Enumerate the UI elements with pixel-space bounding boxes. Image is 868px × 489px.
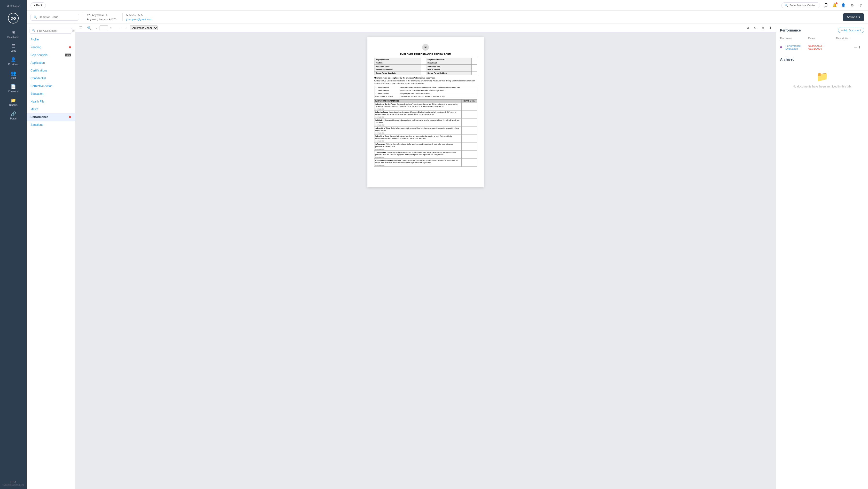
chat-icon[interactable]: 💬: [823, 2, 829, 9]
employee-search-input[interactable]: [39, 16, 76, 19]
sidebar-item-staff[interactable]: 👥 Staff: [2, 68, 24, 81]
nav-item-health-file[interactable]: Health File: [27, 98, 75, 106]
keyboard-shortcut: ⌘K: [72, 29, 75, 32]
right-panel-title: Performance + Add Document: [780, 28, 864, 33]
sidebar-toggle-button[interactable]: ☰: [78, 25, 84, 31]
notification-icon[interactable]: 🔔: [831, 2, 838, 9]
new-badge: New: [65, 54, 71, 56]
doc-table-row: Performance Evaluation 01/05/2023 - 01/3…: [780, 43, 864, 52]
zoom-controls: − + Automatic Zoom 50% 75% 100% 125% 150…: [118, 25, 157, 31]
logs-icon: ☰: [11, 44, 15, 49]
doc-title: EMPLOYEE PERFORMANCE REVIEW FORM: [374, 53, 477, 56]
status-dot: [69, 46, 71, 48]
documents-list: Performance Evaluation 01/05/2023 - 01/3…: [780, 43, 864, 52]
actions-button[interactable]: Actions ▾: [843, 13, 864, 21]
doc-status-dot: [780, 46, 782, 48]
doc-instructions: This form must be completed by the emplo…: [374, 77, 477, 79]
prev-page-button[interactable]: ‹: [95, 25, 99, 31]
doc-competencies-table: PART I: CORE COMPETENCIES RATING or N/A …: [374, 99, 477, 167]
doc-table-header: Document Dates Description: [780, 36, 864, 41]
sidebar-item-portal[interactable]: 🔗 Portal: [2, 109, 24, 122]
search-icon: 🔍: [34, 16, 37, 19]
sidebar-item-logs[interactable]: ☰ Logs: [2, 41, 24, 54]
settings-icon[interactable]: ⚙: [848, 2, 856, 9]
employee-address: 123 Anywhere St. Anytown, Kansas, 45928: [83, 13, 117, 21]
nav-label: Performance: [31, 115, 48, 119]
nav-item-application[interactable]: Application: [27, 59, 75, 67]
nav-item-pending[interactable]: Pending: [27, 44, 75, 51]
nav-item-corrective-action[interactable]: Corrective Action: [27, 82, 75, 90]
search-doc-button[interactable]: 🔍: [86, 25, 93, 31]
rotate-cw-button[interactable]: ↻: [753, 25, 758, 31]
collapse-button[interactable]: ◀ Collapse: [0, 3, 27, 9]
nav-label: Certifications: [31, 69, 47, 72]
sidebar-label: Dashboard: [7, 36, 20, 38]
add-document-button[interactable]: + Add Document: [838, 28, 864, 33]
nav-label: Application: [31, 61, 45, 64]
zoom-in-button[interactable]: +: [124, 25, 128, 31]
sidebar-label: Binders: [9, 104, 18, 106]
doc-search[interactable]: 🔍 ⌘K: [30, 28, 72, 34]
user-icon[interactable]: 👤: [840, 2, 847, 9]
download-icon[interactable]: ⬇: [858, 46, 861, 49]
nav-item-misc[interactable]: MISC: [27, 106, 75, 113]
doc-search-container: 🔍 ⌘K: [27, 26, 75, 36]
doc-header: 🏛: [374, 44, 477, 51]
providers-icon: 👤: [11, 57, 16, 62]
left-nav: 🔍 ⌘K ProfilePendingGap AnalysisNewApplic…: [27, 24, 75, 489]
next-page-button[interactable]: ›: [109, 25, 113, 31]
nav-item-profile[interactable]: Profile: [27, 36, 75, 44]
doc-search-input[interactable]: [37, 29, 70, 32]
nav-label: Health File: [31, 100, 44, 103]
page-navigation: ‹ 1 ›: [95, 25, 113, 31]
doc-name-link[interactable]: Performance Evaluation: [785, 44, 807, 50]
archived-section: Archived 📁 No documents have been archiv…: [780, 57, 864, 94]
nav-label: Sanctions: [31, 123, 43, 126]
edit-icon[interactable]: ✏: [855, 46, 857, 49]
search-icon: 🔍: [32, 29, 36, 32]
contracts-icon: 📄: [11, 84, 16, 89]
sidebar-label: Contracts: [8, 90, 19, 93]
nav-item-confidential[interactable]: Confidential: [27, 75, 75, 82]
rotate-ccw-button[interactable]: ↺: [745, 25, 751, 31]
nav-item-gap-analysis[interactable]: Gap AnalysisNew: [27, 51, 75, 59]
nav-label: Gap Analysis: [31, 53, 48, 57]
header-icons: 💬 🔔 👤 ⚙ ?: [823, 2, 864, 9]
employee-info: 123 Anywhere St. Anytown, Kansas, 45928 …: [83, 13, 839, 21]
nav-item-sanctions[interactable]: Sanctions: [27, 121, 75, 129]
document-content: 🏛 EMPLOYEE PERFORMANCE REVIEW FORM Emplo…: [75, 32, 776, 489]
sidebar-item-providers[interactable]: 👤 Providers: [2, 55, 24, 67]
document-page: 🏛 EMPLOYEE PERFORMANCE REVIEW FORM Emplo…: [367, 37, 484, 187]
right-panel: Performance + Add Document Document Date…: [776, 24, 868, 489]
nav-label: Corrective Action: [31, 84, 53, 88]
employee-contact: 555 555 5555 jhampton@gmail.com: [122, 13, 152, 21]
sidebar-item-dashboard[interactable]: ⊞ Dashboard: [2, 28, 24, 40]
nav-item-performance[interactable]: Performance: [27, 113, 75, 121]
content-area: 🔍 ⌘K ProfilePendingGap AnalysisNewApplic…: [27, 24, 868, 489]
zoom-out-button[interactable]: −: [118, 25, 122, 31]
nav-label: Profile: [31, 38, 39, 41]
nav-item-education[interactable]: Education: [27, 90, 75, 98]
back-button[interactable]: ◂ Back: [31, 2, 46, 8]
sidebar-logo: RFX ©2024 RFX Solutions: [2, 477, 25, 486]
sidebar-item-contracts[interactable]: 📄 Contracts: [2, 82, 24, 95]
doc-rating-table: 1 - Below Standard:Does not maintain sat…: [374, 86, 477, 98]
nav-items-list: ProfilePendingGap AnalysisNewApplication…: [27, 36, 75, 129]
download-button[interactable]: ⬇: [768, 25, 773, 31]
nav-item-certifications[interactable]: Certifications: [27, 67, 75, 75]
help-icon[interactable]: ?: [857, 2, 864, 9]
sidebar-label: Providers: [8, 63, 19, 66]
avatar: DG: [8, 13, 19, 24]
global-search[interactable]: 🔍 Antler Medical Center: [781, 2, 820, 8]
doc-action-icons: ✏ ⬇: [855, 46, 864, 49]
status-dot: [69, 116, 71, 118]
employee-email[interactable]: jhampton@gmail.com: [126, 18, 152, 21]
zoom-select[interactable]: Automatic Zoom 50% 75% 100% 125% 150%: [130, 25, 158, 30]
employee-search[interactable]: 🔍: [31, 14, 79, 21]
print-button[interactable]: 🖨: [760, 25, 766, 31]
employee-header: 🔍 123 Anywhere St. Anytown, Kansas, 4592…: [27, 11, 868, 24]
page-number-input[interactable]: 1: [99, 25, 108, 30]
sidebar-item-binders[interactable]: 📁 Binders: [2, 96, 24, 108]
archived-empty-text: No documents have been archived in this …: [793, 85, 851, 88]
staff-icon: 👥: [11, 70, 16, 76]
